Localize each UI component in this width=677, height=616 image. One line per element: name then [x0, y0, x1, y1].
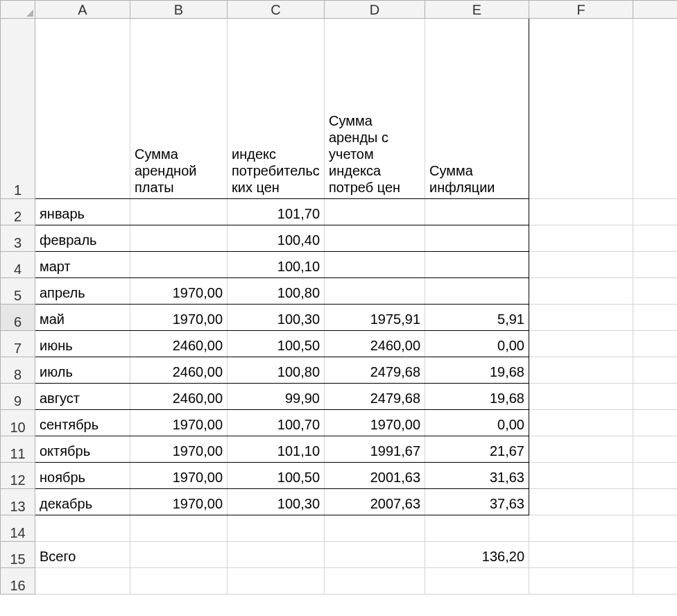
cell-F13[interactable]: [529, 489, 633, 515]
cell-C2[interactable]: 101,70: [228, 199, 325, 225]
cell-F8[interactable]: [529, 357, 633, 384]
cell-A3[interactable]: февраль: [35, 225, 130, 252]
cell-G14[interactable]: [633, 515, 678, 542]
cell-D8[interactable]: 2479,68: [325, 357, 425, 384]
row-header-10[interactable]: 10: [1, 410, 35, 436]
cell-E8[interactable]: 19,68: [425, 357, 529, 384]
cell-G2[interactable]: [633, 199, 678, 225]
cell-D7[interactable]: 2460,00: [325, 331, 425, 357]
row-header-9[interactable]: 9: [1, 384, 35, 410]
cell-C9[interactable]: 99,90: [228, 384, 325, 410]
cell-E10[interactable]: 0,00: [425, 410, 529, 436]
cell-B2[interactable]: [130, 199, 228, 225]
cell-D6[interactable]: 1975,91: [325, 305, 425, 331]
cell-B7[interactable]: 2460,00: [130, 331, 228, 357]
cell-A11[interactable]: октябрь: [35, 436, 130, 463]
cell-A13[interactable]: декабрь: [35, 489, 130, 515]
cell-E5[interactable]: [425, 278, 529, 305]
cell-C4[interactable]: 100,10: [228, 252, 325, 278]
col-header-D[interactable]: D: [325, 1, 425, 19]
cell-G15[interactable]: [633, 542, 678, 568]
cell-E13[interactable]: 37,63: [425, 489, 529, 515]
cell-A12[interactable]: ноябрь: [35, 463, 130, 489]
row-header-16[interactable]: 16: [1, 568, 35, 594]
cell-E14[interactable]: [425, 515, 529, 542]
row-header-13[interactable]: 13: [1, 489, 35, 515]
col-header-C[interactable]: C: [228, 1, 325, 19]
cell-C7[interactable]: 100,50: [228, 331, 325, 357]
cell-B6[interactable]: 1970,00: [130, 305, 228, 331]
cell-D15[interactable]: [325, 542, 425, 568]
cell-C8[interactable]: 100,80: [228, 357, 325, 384]
cell-E4[interactable]: [425, 252, 529, 278]
cell-D3[interactable]: [325, 225, 425, 252]
cell-F9[interactable]: [529, 384, 633, 410]
cell-F10[interactable]: [529, 410, 633, 436]
cell-C1[interactable]: индекс потребительских цен: [228, 19, 325, 199]
cell-G7[interactable]: [633, 331, 678, 357]
cell-A6[interactable]: май: [35, 305, 130, 331]
col-header-A[interactable]: A: [35, 1, 130, 19]
cell-A8[interactable]: июль: [35, 357, 130, 384]
cell-C6[interactable]: 100,30: [228, 305, 325, 331]
cell-G5[interactable]: [633, 278, 678, 305]
cell-E2[interactable]: [425, 199, 529, 225]
cell-B10[interactable]: 1970,00: [130, 410, 228, 436]
cell-D10[interactable]: 1970,00: [325, 410, 425, 436]
cell-A1[interactable]: [35, 19, 130, 199]
cell-B9[interactable]: 2460,00: [130, 384, 228, 410]
cell-F4[interactable]: [529, 252, 633, 278]
cell-G12[interactable]: [633, 463, 678, 489]
cell-A2[interactable]: январь: [35, 199, 130, 225]
cell-B14[interactable]: [130, 515, 228, 542]
cell-F3[interactable]: [529, 225, 633, 252]
cell-C13[interactable]: 100,30: [228, 489, 325, 515]
row-header-15[interactable]: 15: [1, 542, 35, 568]
row-header-8[interactable]: 8: [1, 357, 35, 384]
cell-B11[interactable]: 1970,00: [130, 436, 228, 463]
cell-E16[interactable]: [425, 568, 529, 594]
col-header-partial[interactable]: [633, 1, 678, 19]
cell-C12[interactable]: 100,50: [228, 463, 325, 489]
cell-A16[interactable]: [35, 568, 130, 594]
cell-A5[interactable]: апрель: [35, 278, 130, 305]
cell-B5[interactable]: 1970,00: [130, 278, 228, 305]
cell-A15[interactable]: Всего: [35, 542, 130, 568]
cell-B13[interactable]: 1970,00: [130, 489, 228, 515]
cell-F14[interactable]: [529, 515, 633, 542]
row-header-3[interactable]: 3: [1, 225, 35, 252]
cell-G6[interactable]: [633, 305, 678, 331]
col-header-B[interactable]: B: [130, 1, 228, 19]
cell-B16[interactable]: [130, 568, 228, 594]
cell-F11[interactable]: [529, 436, 633, 463]
grid[interactable]: A B C D E F 1 Сумма арендной платы индек…: [0, 0, 677, 594]
cell-A10[interactable]: сентябрь: [35, 410, 130, 436]
cell-A7[interactable]: июнь: [35, 331, 130, 357]
row-header-2[interactable]: 2: [1, 199, 35, 225]
cell-A9[interactable]: август: [35, 384, 130, 410]
cell-E3[interactable]: [425, 225, 529, 252]
cell-C3[interactable]: 100,40: [228, 225, 325, 252]
cell-D5[interactable]: [325, 278, 425, 305]
cell-F16[interactable]: [529, 568, 633, 594]
row-header-1[interactable]: 1: [1, 19, 35, 199]
cell-D9[interactable]: 2479,68: [325, 384, 425, 410]
row-header-7[interactable]: 7: [1, 331, 35, 357]
cell-G13[interactable]: [633, 489, 678, 515]
cell-E15[interactable]: 136,20: [425, 542, 529, 568]
row-header-11[interactable]: 11: [1, 436, 35, 463]
cell-D12[interactable]: 2001,63: [325, 463, 425, 489]
cell-F7[interactable]: [529, 331, 633, 357]
cell-C10[interactable]: 100,70: [228, 410, 325, 436]
cell-G10[interactable]: [633, 410, 678, 436]
spreadsheet[interactable]: A B C D E F 1 Сумма арендной платы индек…: [0, 0, 677, 616]
cell-D14[interactable]: [325, 515, 425, 542]
cell-G8[interactable]: [633, 357, 678, 384]
cell-B15[interactable]: [130, 542, 228, 568]
cell-G16[interactable]: [633, 568, 678, 594]
cell-B12[interactable]: 1970,00: [130, 463, 228, 489]
cell-B4[interactable]: [130, 252, 228, 278]
cell-D1[interactable]: Сумма аренды с учетом индекса потреб цен: [325, 19, 425, 199]
cell-C16[interactable]: [228, 568, 325, 594]
select-all-corner[interactable]: [1, 1, 35, 19]
